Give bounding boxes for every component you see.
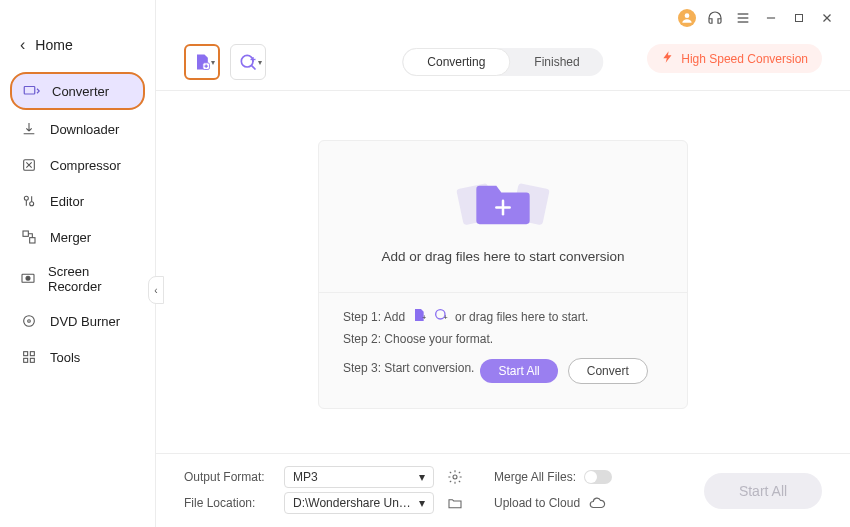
merger-icon — [20, 228, 38, 246]
output-format-label: Output Format: — [184, 470, 272, 484]
add-file-mini-icon: + — [411, 307, 427, 326]
start-all-button[interactable]: Start All — [480, 359, 557, 383]
folder-plus-icon — [453, 165, 553, 235]
high-speed-conversion-button[interactable]: High Speed Conversion — [647, 44, 822, 73]
sidebar-item-label: Tools — [50, 350, 80, 365]
sidebar-item-compressor[interactable]: Compressor — [10, 148, 145, 182]
svg-point-38 — [453, 475, 457, 479]
step-2: Step 2: Choose your format. — [343, 332, 663, 346]
sidebar-item-label: Merger — [50, 230, 91, 245]
sidebar: ‹ Home Converter Downloader Compressor E… — [0, 0, 156, 527]
convert-button[interactable]: Convert — [568, 358, 648, 384]
sidebar-item-label: Editor — [50, 194, 84, 209]
sidebar-item-dvd-burner[interactable]: DVD Burner — [10, 304, 145, 338]
svg-rect-14 — [23, 231, 28, 236]
svg-rect-21 — [30, 352, 34, 356]
sidebar-item-tools[interactable]: Tools — [10, 340, 145, 374]
file-location-select[interactable]: D:\Wondershare UniConverter 1 ▾ — [284, 492, 434, 514]
sidebar-item-label: Downloader — [50, 122, 119, 137]
settings-gear-icon[interactable] — [446, 468, 464, 486]
sidebar-item-downloader[interactable]: Downloader — [10, 112, 145, 146]
editor-icon — [20, 192, 38, 210]
svg-line-28 — [251, 65, 255, 69]
svg-rect-22 — [24, 358, 28, 362]
svg-point-11 — [30, 202, 34, 206]
dropzone-area[interactable]: Add or drag files here to start conversi… — [319, 141, 687, 292]
file-location-label: File Location: — [184, 496, 272, 510]
sidebar-item-converter[interactable]: Converter — [10, 72, 145, 110]
merge-all-toggle[interactable] — [584, 470, 612, 484]
sidebar-item-screen-recorder[interactable]: Screen Recorder — [10, 256, 145, 302]
svg-point-10 — [24, 196, 28, 200]
svg-point-27 — [241, 55, 253, 67]
tools-icon — [20, 348, 38, 366]
dropzone-steps: Step 1: Add + + or drag files here to st… — [319, 292, 687, 408]
bottom-bar: Output Format: MP3 ▾ Merge All Files: Fi… — [156, 453, 850, 527]
output-format-select[interactable]: MP3 ▾ — [284, 466, 434, 488]
high-speed-label: High Speed Conversion — [681, 52, 808, 66]
open-folder-icon[interactable] — [446, 494, 464, 512]
home-label: Home — [35, 37, 72, 53]
screen-recorder-icon — [20, 270, 36, 288]
tab-converting[interactable]: Converting — [402, 48, 510, 76]
upload-cloud-label: Upload to Cloud — [494, 496, 580, 510]
svg-text:+: + — [422, 314, 426, 321]
downloader-icon — [20, 120, 38, 138]
dropzone-message: Add or drag files here to start conversi… — [339, 249, 667, 264]
merge-all-label: Merge All Files: — [494, 470, 576, 484]
svg-rect-8 — [24, 87, 35, 95]
caret-down-icon: ▾ — [258, 58, 262, 67]
caret-down-icon: ▾ — [419, 496, 425, 510]
add-url-button[interactable]: ▾ — [230, 44, 266, 80]
sidebar-item-editor[interactable]: Editor — [10, 184, 145, 218]
step-1: Step 1: Add + + or drag files here to st… — [343, 307, 663, 326]
svg-point-18 — [24, 316, 35, 327]
svg-rect-15 — [30, 238, 35, 243]
step-3: Step 3: Start conversion. Start All Conv… — [343, 352, 663, 384]
converter-icon — [22, 82, 40, 100]
compressor-icon — [20, 156, 38, 174]
svg-point-19 — [28, 320, 31, 323]
sidebar-item-label: Converter — [52, 84, 109, 99]
svg-rect-20 — [24, 352, 28, 356]
lightning-icon — [661, 50, 675, 67]
toolbar-divider — [156, 90, 850, 91]
caret-down-icon: ▾ — [419, 470, 425, 484]
main-panel: ▾ ▾ Converting Finished High Speed Conve… — [156, 0, 850, 527]
sidebar-item-label: Compressor — [50, 158, 121, 173]
add-file-button[interactable]: ▾ — [184, 44, 220, 80]
cloud-icon[interactable] — [588, 494, 606, 512]
sidebar-item-label: DVD Burner — [50, 314, 120, 329]
nav-list: Converter Downloader Compressor Editor M… — [0, 72, 155, 374]
caret-down-icon: ▾ — [211, 58, 215, 67]
svg-text:+: + — [444, 314, 448, 321]
add-url-mini-icon: + — [433, 307, 449, 326]
tab-finished[interactable]: Finished — [510, 48, 603, 76]
dropzone[interactable]: Add or drag files here to start conversi… — [318, 140, 688, 409]
toolbar: ▾ ▾ Converting Finished High Speed Conve… — [184, 40, 822, 84]
svg-point-17 — [26, 276, 30, 280]
home-button[interactable]: ‹ Home — [0, 28, 155, 72]
sidebar-collapse-handle[interactable]: ‹ — [148, 276, 164, 304]
dvd-burner-icon — [20, 312, 38, 330]
sidebar-item-merger[interactable]: Merger — [10, 220, 145, 254]
svg-rect-23 — [30, 358, 34, 362]
chevron-left-icon: ‹ — [20, 36, 25, 54]
sidebar-item-label: Screen Recorder — [48, 264, 135, 294]
start-all-main-button[interactable]: Start All — [704, 473, 822, 509]
status-segmented: Converting Finished — [402, 48, 603, 76]
